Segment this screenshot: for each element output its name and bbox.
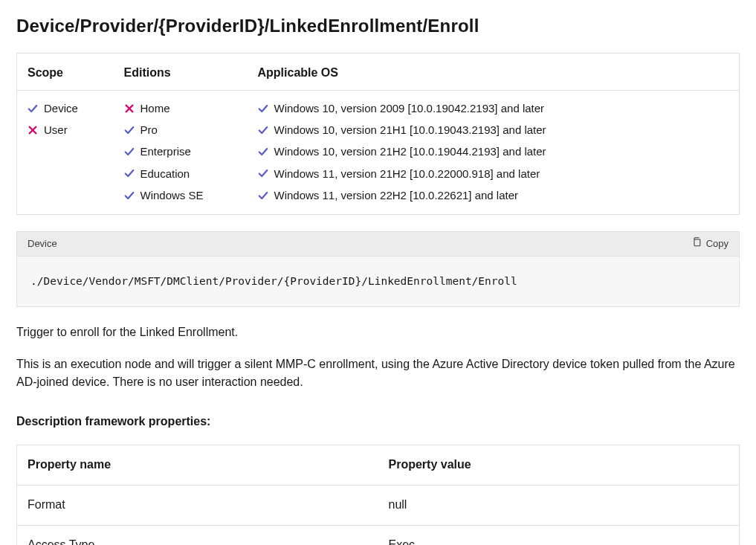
code-content: ./Device/Vendor/MSFT/DMClient/Provider/{… bbox=[17, 257, 739, 306]
check-icon bbox=[258, 146, 268, 157]
check-icon bbox=[258, 103, 268, 114]
property-name: Access Type bbox=[17, 525, 378, 545]
edition-item-row: Windows SE bbox=[124, 187, 237, 204]
scope-item-label: User bbox=[44, 121, 68, 138]
properties-section-label: Description framework properties: bbox=[16, 413, 740, 431]
properties-row: Access TypeExec bbox=[17, 525, 740, 545]
copy-button[interactable]: Copy bbox=[691, 236, 728, 251]
check-icon bbox=[124, 190, 135, 201]
applicability-header-editions: Editions bbox=[114, 54, 248, 91]
applicability-header-scope: Scope bbox=[17, 54, 114, 91]
os-item-row: Windows 11, version 21H2 [10.0.22000.918… bbox=[258, 165, 729, 182]
os-item-label: Windows 10, version 2009 [10.0.19042.219… bbox=[274, 100, 545, 117]
paragraph-2: This is an execution node and will trigg… bbox=[16, 355, 740, 393]
os-item-row: Windows 10, version 21H1 [10.0.19043.219… bbox=[258, 121, 729, 138]
check-icon bbox=[28, 103, 38, 114]
properties-header-name: Property name bbox=[17, 445, 378, 486]
properties-table: Property name Property value FormatnullA… bbox=[16, 445, 740, 545]
check-icon bbox=[258, 190, 268, 201]
scope-item-label: Device bbox=[44, 100, 78, 117]
applicability-table: Scope Editions Applicable OS DeviceUser … bbox=[16, 53, 740, 215]
edition-item-label: Education bbox=[140, 165, 190, 182]
edition-item-label: Enterprise bbox=[140, 143, 191, 160]
properties-header-value: Property value bbox=[378, 445, 740, 486]
check-icon bbox=[124, 168, 135, 178]
check-icon bbox=[124, 125, 135, 135]
os-item-row: Windows 10, version 21H2 [10.0.19044.219… bbox=[258, 143, 729, 160]
cross-icon bbox=[124, 103, 135, 114]
copy-label: Copy bbox=[706, 236, 728, 251]
edition-item-row: Pro bbox=[124, 121, 237, 138]
copy-icon bbox=[691, 236, 702, 251]
os-item-row: Windows 11, version 22H2 [10.0.22621] an… bbox=[258, 187, 729, 204]
edition-item-label: Pro bbox=[140, 121, 158, 138]
edition-item-label: Home bbox=[140, 100, 170, 117]
cross-icon bbox=[28, 125, 38, 135]
check-icon bbox=[258, 168, 268, 178]
property-name: Format bbox=[17, 485, 378, 525]
edition-item-row: Enterprise bbox=[124, 143, 237, 160]
code-block: Device Copy ./Device/Vendor/MSFT/DMClien… bbox=[16, 231, 740, 307]
edition-item-row: Education bbox=[124, 165, 237, 182]
property-value: Exec bbox=[378, 525, 740, 545]
property-value: null bbox=[378, 485, 740, 525]
page-title: Device/Provider/{ProviderID}/LinkedEnrol… bbox=[16, 12, 740, 39]
check-icon bbox=[124, 146, 135, 157]
os-item-label: Windows 10, version 21H1 [10.0.19043.219… bbox=[274, 121, 546, 138]
paragraph-1: Trigger to enroll for the Linked Enrollm… bbox=[16, 323, 740, 342]
os-item-label: Windows 11, version 22H2 [10.0.22621] an… bbox=[274, 187, 519, 204]
svg-rect-4 bbox=[694, 239, 700, 246]
os-item-row: Windows 10, version 2009 [10.0.19042.219… bbox=[258, 100, 729, 117]
check-icon bbox=[258, 125, 268, 135]
applicability-header-os: Applicable OS bbox=[248, 54, 740, 91]
properties-row: Formatnull bbox=[17, 485, 740, 525]
scope-item-row: Device bbox=[28, 100, 103, 117]
os-item-label: Windows 11, version 21H2 [10.0.22000.918… bbox=[274, 165, 540, 182]
os-item-label: Windows 10, version 21H2 [10.0.19044.219… bbox=[274, 143, 546, 160]
scope-item-row: User bbox=[28, 121, 103, 138]
edition-item-row: Home bbox=[124, 100, 237, 117]
code-language-label: Device bbox=[28, 236, 57, 251]
edition-item-label: Windows SE bbox=[140, 187, 204, 204]
